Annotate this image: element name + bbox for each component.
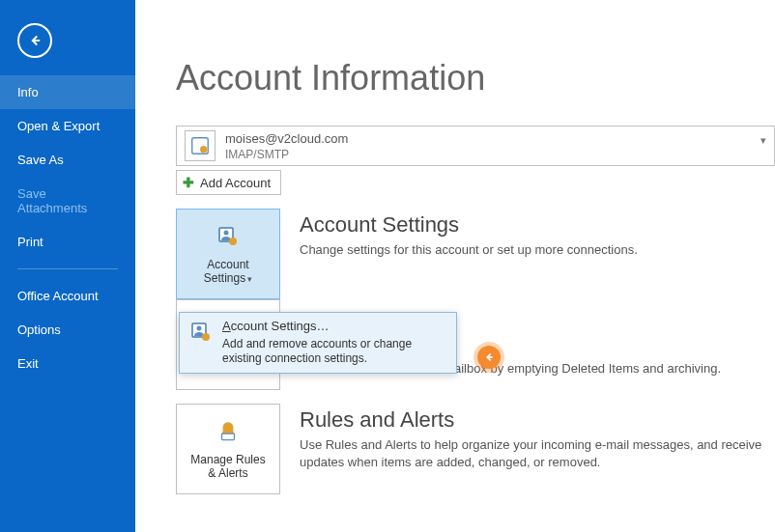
- account-settings-dropdown: Account Settings… Add and remove account…: [179, 312, 457, 374]
- chevron-down-icon: ▾: [761, 134, 766, 147]
- rules-desc: Use Rules and Alerts to help organize yo…: [300, 436, 775, 471]
- page-title: Account Information: [176, 58, 775, 98]
- section-rules: Manage Rules & Alerts Rules and Alerts U…: [176, 404, 775, 494]
- pointer-marker: [477, 346, 501, 369]
- plus-icon: ✚: [183, 175, 194, 190]
- account-settings-body: Account Settings Change settings for thi…: [300, 209, 775, 299]
- add-account-button[interactable]: ✚ Add Account: [176, 170, 281, 195]
- popup-desc: Add and remove accounts or change existi…: [222, 337, 448, 367]
- account-protocol: IMAP/SMTP: [225, 148, 766, 161]
- rules-heading: Rules and Alerts: [300, 407, 775, 433]
- svg-point-8: [197, 326, 202, 331]
- sidebar-item-info[interactable]: Info: [0, 75, 135, 109]
- account-settings-tile[interactable]: Account Settings▾: [176, 209, 280, 299]
- add-account-label: Add Account: [200, 176, 271, 190]
- sidebar-item-open-export[interactable]: Open & Export: [0, 109, 135, 143]
- account-text: moises@v2cloud.com IMAP/SMTP: [225, 131, 766, 161]
- svg-rect-6: [222, 434, 235, 440]
- account-settings-menu-item[interactable]: Account Settings… Add and remove account…: [180, 313, 456, 373]
- svg-point-1: [200, 146, 207, 153]
- user-gear-icon: [187, 319, 215, 346]
- sidebar-item-save-as[interactable]: Save As: [0, 143, 135, 177]
- sidebar-item-office-account[interactable]: Office Account: [0, 279, 135, 313]
- tile-label: Account Settings▾: [204, 258, 252, 286]
- account-selector[interactable]: moises@v2cloud.com IMAP/SMTP ▾: [176, 126, 775, 166]
- rules-body: Rules and Alerts Use Rules and Alerts to…: [300, 404, 775, 494]
- sidebar: Info Open & Export Save As Save Attachme…: [0, 0, 135, 532]
- account-icon: [185, 130, 215, 161]
- svg-point-3: [224, 230, 229, 235]
- content-area: Account Information moises@v2cloud.com I…: [135, 0, 775, 532]
- mailbox-icon: [189, 135, 211, 156]
- account-email: moises@v2cloud.com: [225, 131, 766, 146]
- svg-point-9: [202, 333, 210, 341]
- sidebar-item-exit[interactable]: Exit: [0, 347, 135, 380]
- section-account-settings: Account Settings▾ Account Settings Chang…: [176, 209, 775, 299]
- bell-rules-icon: [215, 418, 242, 445]
- sidebar-item-print[interactable]: Print: [0, 225, 135, 259]
- rules-alerts-tile[interactable]: Manage Rules & Alerts: [176, 404, 280, 494]
- sidebar-item-save-attachments: Save Attachments: [0, 177, 135, 225]
- arrow-left-icon: [26, 32, 43, 49]
- account-settings-heading: Account Settings: [300, 212, 775, 238]
- account-settings-desc: Change settings for this account or set …: [300, 241, 775, 259]
- back-button[interactable]: [17, 23, 52, 58]
- svg-point-4: [229, 238, 237, 245]
- tile-label: Manage Rules & Alerts: [190, 453, 265, 481]
- popup-text: Account Settings… Add and remove account…: [222, 319, 448, 367]
- sidebar-item-options[interactable]: Options: [0, 313, 135, 347]
- popup-title: Account Settings…: [222, 319, 448, 335]
- arrow-left-icon: [482, 350, 496, 364]
- sidebar-divider: [17, 268, 118, 269]
- user-gear-icon: [215, 223, 242, 250]
